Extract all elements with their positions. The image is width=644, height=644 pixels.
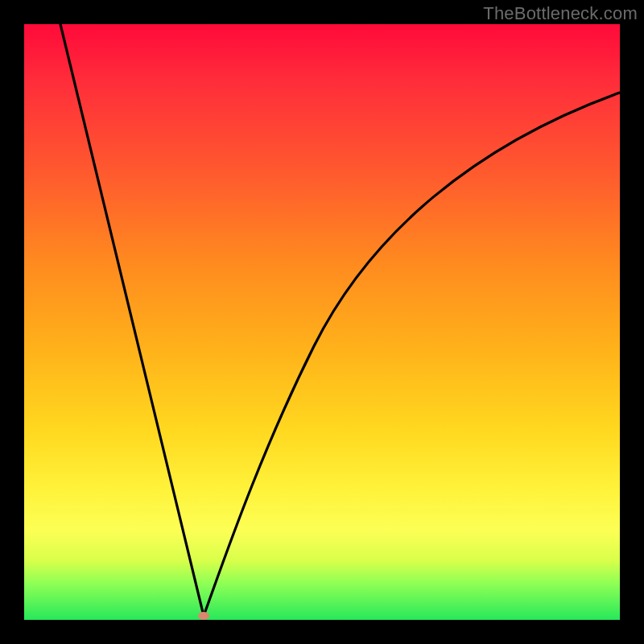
minimum-marker (198, 612, 209, 620)
curve-right-branch (204, 93, 620, 616)
bottleneck-curve (24, 24, 620, 620)
watermark-text: TheBottleneck.com (483, 3, 638, 24)
curve-left-branch (60, 24, 204, 616)
plot-area (24, 24, 620, 620)
chart-frame: TheBottleneck.com (0, 0, 644, 644)
